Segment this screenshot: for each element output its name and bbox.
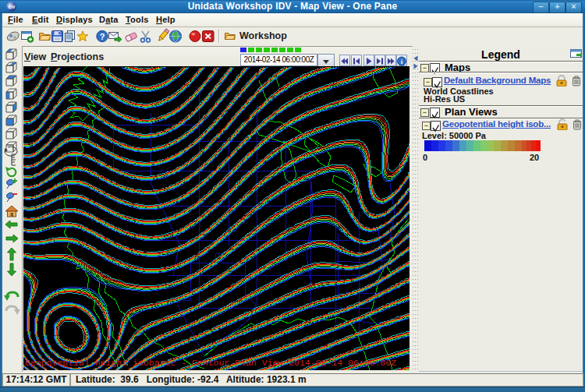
svg-text:?: ?: [100, 32, 105, 41]
